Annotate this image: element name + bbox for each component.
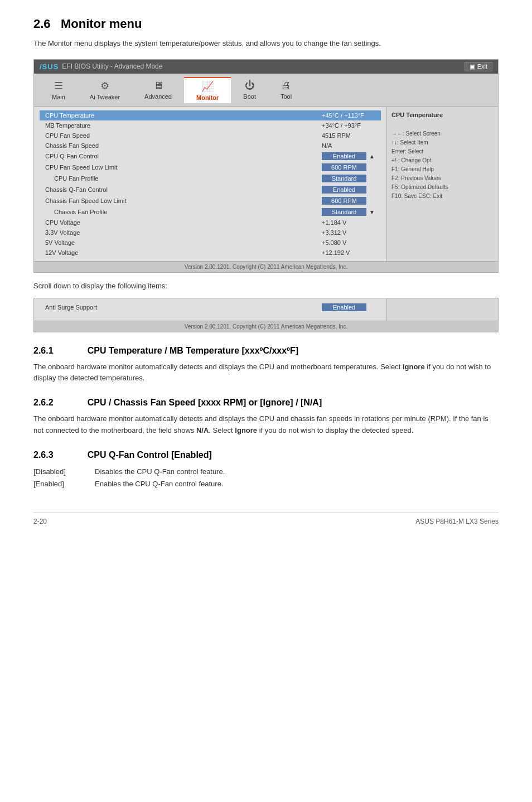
chassis-fan-speed-low-limit-label: Chassis Fan Speed Low Limit	[43, 197, 322, 204]
bios-small-sidebar	[386, 298, 498, 321]
asus-logo: /SUS	[40, 62, 59, 71]
help-line-5: F1: General Help	[391, 165, 494, 174]
cpu-qfan-control-value: Enabled ▲	[322, 152, 378, 160]
row-cpu-qfan-control[interactable]: CPU Q-Fan Control Enabled ▲	[40, 151, 381, 162]
chassis-fan-profile-value: Standard ▼	[322, 208, 378, 216]
chassis-fan-speed-low-limit-badge: 600 RPM	[322, 197, 366, 205]
cpu-fan-speed-value: 4515 RPM	[322, 132, 378, 139]
nav-advanced[interactable]: 🖥 Advanced	[132, 78, 184, 102]
subsection-261-num: 2.6.1	[33, 346, 54, 355]
cpu-fan-speed-low-limit-label: CPU Fan Speed Low Limit	[43, 164, 322, 171]
feature-disabled-desc: Disables the CPU Q-Fan control feature.	[95, 466, 225, 478]
product-name: ASUS P8H61-M LX3 Series	[415, 518, 499, 525]
help-line-6: F2: Previous Values	[391, 174, 494, 183]
cpu-temperature-label: CPU Temperature	[43, 112, 322, 119]
feature-disabled-row: [Disabled] Disables the CPU Q-Fan contro…	[33, 466, 499, 478]
bios-nav: ☰ Main ⚙ Ai Tweaker 🖥 Advanced 📈 Monitor…	[34, 74, 498, 107]
cpu-fan-profile-value: Standard	[322, 175, 378, 182]
row-anti-surge[interactable]: Anti Surge Support Enabled	[40, 302, 381, 313]
anti-surge-label: Anti Surge Support	[43, 304, 322, 311]
row-33v-voltage[interactable]: 3.3V Voltage +3.312 V	[40, 228, 381, 238]
5v-voltage-value: +5.080 V	[322, 239, 378, 246]
boot-icon: ⏻	[245, 80, 255, 91]
exit-icon: ▣	[470, 63, 475, 70]
12v-voltage-value: +12.192 V	[322, 249, 378, 256]
subsection-261-header: 2.6.1 CPU Temperature / MB Temperature […	[33, 346, 499, 356]
help-line-2: ↑↓: Select Item	[391, 138, 494, 147]
intro-text: The Monitor menu displays the system tem…	[33, 38, 499, 49]
row-cpu-voltage[interactable]: CPU Voltage +1.184 V	[40, 218, 381, 228]
cpu-fan-profile-badge: Standard	[322, 175, 366, 182]
row-cpu-fan-speed[interactable]: CPU Fan Speed 4515 RPM	[40, 131, 381, 141]
subsection-262-title: CPU / Chassis Fan Speed [xxxx RPM] or [I…	[88, 398, 322, 407]
chassis-fan-speed-label: Chassis Fan Speed	[43, 142, 322, 149]
subsection-261-body: The onboard hardware monitor automatical…	[33, 361, 499, 385]
cpu-fan-profile-label: CPU Fan Profile	[43, 175, 322, 182]
subsection-262-header: 2.6.2 CPU / Chassis Fan Speed [xxxx RPM]…	[33, 398, 499, 408]
nav-main[interactable]: ☰ Main	[40, 78, 78, 103]
row-chassis-qfan-control[interactable]: Chassis Q-Fan Control Enabled	[40, 184, 381, 195]
row-cpu-temperature[interactable]: CPU Temperature +45°C / +113°F	[40, 110, 381, 120]
chassis-fan-speed-low-limit-value: 600 RPM	[322, 197, 378, 205]
help-line-8: F10: Save ESC: Exit	[391, 192, 494, 201]
tool-icon: 🖨	[281, 80, 291, 91]
sidebar-title: CPU Temperature	[391, 112, 494, 118]
cpu-voltage-label: CPU Voltage	[43, 219, 322, 226]
subsection-262-body: The onboard hardware monitor automatical…	[33, 413, 499, 437]
cpu-qfan-control-label: CPU Q-Fan Control	[43, 153, 322, 160]
bios-titlebar: /SUS EFI BIOS Utility - Advanced Mode ▣ …	[34, 60, 498, 74]
subsection-263-title: CPU Q-Fan Control [Enabled]	[88, 450, 212, 460]
row-cpu-fan-profile[interactable]: CPU Fan Profile Standard	[40, 173, 381, 184]
33v-voltage-label: 3.3V Voltage	[43, 229, 322, 236]
nav-tool[interactable]: 🖨 Tool	[268, 78, 304, 102]
advanced-icon: 🖥	[153, 80, 163, 91]
cpu-qfan-badge: Enabled	[322, 152, 366, 160]
monitor-icon: 📈	[201, 80, 214, 93]
subsection-263-num: 2.6.3	[33, 450, 54, 460]
5v-voltage-label: 5V Voltage	[43, 239, 322, 246]
bios-small-footer: Version 2.00.1201. Copyright (C) 2011 Am…	[34, 321, 498, 332]
nav-boot[interactable]: ⏻ Boot	[231, 78, 268, 102]
help-line-4: +/-: Change Opt.	[391, 156, 494, 165]
scroll-note: Scroll down to display the following ite…	[33, 282, 499, 290]
nav-ai-tweaker[interactable]: ⚙ Ai Tweaker	[78, 78, 132, 103]
anti-surge-badge: Enabled	[322, 303, 366, 311]
row-12v-voltage[interactable]: 12V Voltage +12.192 V	[40, 248, 381, 258]
bios-screenshot: /SUS EFI BIOS Utility - Advanced Mode ▣ …	[33, 59, 499, 273]
page-footer: 2-20 ASUS P8H61-M LX3 Series	[33, 513, 499, 525]
section-title: 2.6 Monitor menu	[33, 17, 499, 31]
cpu-fan-speed-low-limit-badge: 600 RPM	[322, 163, 366, 171]
scroll-down-arrow: ▼	[369, 209, 375, 215]
help-line-1: →←: Select Screen	[391, 129, 494, 138]
bios-small-content: Anti Surge Support Enabled	[34, 298, 498, 321]
bios-main-panel: CPU Temperature +45°C / +113°F MB Temper…	[34, 107, 386, 261]
exit-button[interactable]: ▣ Exit	[465, 62, 492, 71]
nav-monitor[interactable]: 📈 Monitor	[184, 77, 231, 103]
row-cpu-fan-speed-low-limit[interactable]: CPU Fan Speed Low Limit 600 RPM	[40, 162, 381, 173]
bios-content: CPU Temperature +45°C / +113°F MB Temper…	[34, 107, 498, 261]
chassis-fan-speed-value: N/A	[322, 142, 378, 149]
bios-small-main: Anti Surge Support Enabled	[34, 298, 386, 321]
bios-help: →←: Select Screen ↑↓: Select Item Enter:…	[391, 129, 494, 201]
row-mb-temperature[interactable]: MB Temperature +34°C / +93°F	[40, 120, 381, 131]
chassis-fan-profile-badge: Standard	[322, 208, 366, 216]
bios-sidebar: CPU Temperature →←: Select Screen ↑↓: Se…	[386, 107, 498, 261]
row-chassis-fan-speed[interactable]: Chassis Fan Speed N/A	[40, 141, 381, 151]
cpu-temperature-value: +45°C / +113°F	[322, 112, 378, 119]
feature-enabled-key: [Enabled]	[33, 478, 78, 490]
feature-enabled-desc: Enables the CPU Q-Fan control feature.	[95, 478, 224, 490]
subsection-262-num: 2.6.2	[33, 398, 54, 407]
anti-surge-value: Enabled	[322, 303, 378, 311]
row-chassis-fan-profile[interactable]: Chassis Fan Profile Standard ▼	[40, 206, 381, 218]
cpu-fan-speed-low-limit-value: 600 RPM	[322, 163, 378, 171]
ai-tweaker-icon: ⚙	[100, 80, 109, 92]
subsection-261-title: CPU Temperature / MB Temperature [xxxºC/…	[88, 346, 298, 355]
row-5v-voltage[interactable]: 5V Voltage +5.080 V	[40, 238, 381, 248]
help-line-7: F5: Optimized Defaults	[391, 183, 494, 192]
row-chassis-fan-speed-low-limit[interactable]: Chassis Fan Speed Low Limit 600 RPM	[40, 195, 381, 206]
bios-titlebar-title: EFI BIOS Utility - Advanced Mode	[62, 62, 162, 70]
chassis-qfan-control-value: Enabled	[322, 186, 378, 194]
feature-disabled-key: [Disabled]	[33, 466, 78, 478]
feature-enabled-row: [Enabled] Enables the CPU Q-Fan control …	[33, 478, 499, 490]
33v-voltage-value: +3.312 V	[322, 229, 378, 236]
